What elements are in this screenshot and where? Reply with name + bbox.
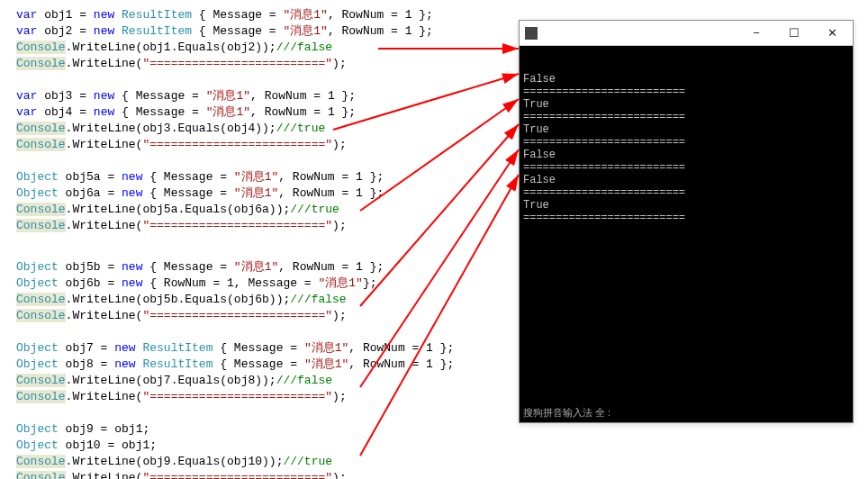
kw-var: var: [16, 8, 37, 22]
console-icon: [525, 27, 538, 40]
code-block-2: var obj3 = new { Message = "消息1", RowNum…: [16, 88, 520, 153]
minimize-button[interactable]: −: [737, 22, 775, 45]
console-type: Console: [16, 41, 66, 54]
titlebar[interactable]: − ☐ ✕: [520, 21, 853, 46]
comment-true: ///true: [276, 122, 326, 135]
console-output[interactable]: False ========================= True ===…: [520, 46, 853, 422]
code-block-5: Object obj7 = new ResultItem { Message =…: [16, 340, 520, 405]
code-block-1: var obj1 = new ResultItem { Message = "消…: [16, 7, 520, 72]
close-button[interactable]: ✕: [813, 22, 851, 45]
maximize-button[interactable]: ☐: [775, 22, 813, 45]
comment-false: ///false: [276, 41, 332, 54]
code-block-4: Object obj5b = new { Message = "消息1", Ro…: [16, 259, 520, 324]
code-block-6: Object obj9 = obj1; Object obj10 = obj1;…: [16, 421, 520, 479]
code-block-3: Object obj5a = new { Message = "消息1", Ro…: [16, 169, 520, 234]
ime-status: 搜狗拼音输入法 全 :: [523, 406, 610, 419]
console-window: − ☐ ✕ False ========================= Tr…: [519, 20, 854, 423]
code-editor: var obj1 = new ResultItem { Message = "消…: [16, 7, 520, 479]
